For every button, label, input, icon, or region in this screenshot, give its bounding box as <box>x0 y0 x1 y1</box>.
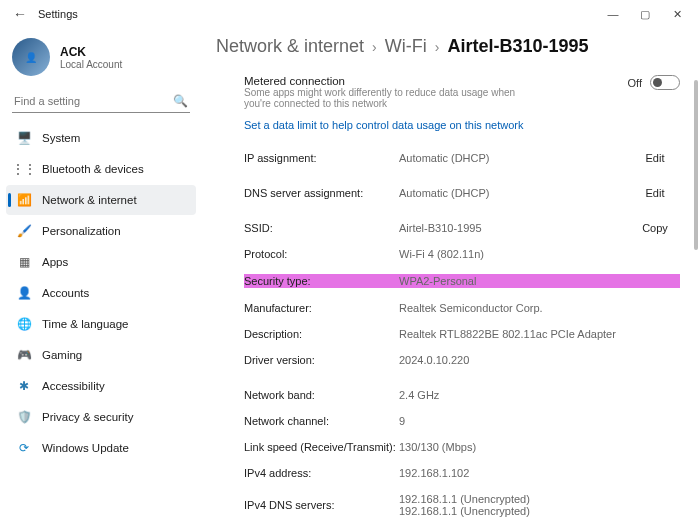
breadcrumb-current: Airtel-B310-1995 <box>447 36 588 57</box>
property-row: DNS server assignment:Automatic (DHCP)Ed… <box>244 180 680 215</box>
property-row: Protocol:Wi-Fi 4 (802.11n) <box>244 241 680 267</box>
property-key: SSID: <box>244 222 399 234</box>
nav-item-network-internet[interactable]: 📶Network & internet <box>6 185 196 215</box>
property-key: Network band: <box>244 389 399 401</box>
breadcrumb-network[interactable]: Network & internet <box>216 36 364 57</box>
property-value: 9 <box>399 415 680 427</box>
property-key: Protocol: <box>244 248 399 260</box>
nav-label: Apps <box>42 256 68 268</box>
nav-item-time-language[interactable]: 🌐Time & language <box>6 309 196 339</box>
property-row: Network band:2.4 GHz <box>244 382 680 408</box>
property-row: Network channel:9 <box>244 408 680 434</box>
metered-toggle[interactable] <box>650 75 680 90</box>
data-limit-link[interactable]: Set a data limit to help control data us… <box>244 119 523 131</box>
property-key: IP assignment: <box>244 152 399 164</box>
nav-icon: 🎮 <box>16 347 32 363</box>
property-row: IPv4 address:192.168.1.102 <box>244 460 680 486</box>
nav-item-bluetooth-devices[interactable]: ⋮⋮Bluetooth & devices <box>6 154 196 184</box>
nav-label: Time & language <box>42 318 129 330</box>
property-key: IPv4 address: <box>244 467 399 479</box>
user-card[interactable]: 👤 ACK Local Account <box>6 34 196 86</box>
property-key: Manufacturer: <box>244 302 399 314</box>
property-value: 2024.0.10.220 <box>399 354 680 366</box>
property-value: 130/130 (Mbps) <box>399 441 680 453</box>
nav-icon: 🛡️ <box>16 409 32 425</box>
property-value: Realtek RTL8822BE 802.11ac PCIe Adapter <box>399 328 680 340</box>
nav-icon: 📶 <box>16 192 32 208</box>
chevron-right-icon: › <box>372 39 377 55</box>
nav-label: Accounts <box>42 287 89 299</box>
nav-label: Network & internet <box>42 194 137 206</box>
back-button[interactable]: ← <box>8 6 32 22</box>
edit-button[interactable]: Edit <box>630 152 680 164</box>
nav-label: Personalization <box>42 225 121 237</box>
scrollbar-thumb[interactable] <box>694 80 698 250</box>
user-type: Local Account <box>60 59 122 70</box>
search-icon: 🔍 <box>173 94 188 108</box>
nav-label: Gaming <box>42 349 82 361</box>
property-key: Description: <box>244 328 399 340</box>
avatar: 👤 <box>12 38 50 76</box>
nav-icon: 🖌️ <box>16 223 32 239</box>
edit-button[interactable]: Edit <box>630 187 680 199</box>
property-key: Security type: <box>244 274 399 288</box>
property-row: Link speed (Receive/Transmit):130/130 (M… <box>244 434 680 460</box>
nav-item-privacy-security[interactable]: 🛡️Privacy & security <box>6 402 196 432</box>
nav-label: System <box>42 132 80 144</box>
nav-item-system[interactable]: 🖥️System <box>6 123 196 153</box>
property-row: Description:Realtek RTL8822BE 802.11ac P… <box>244 321 680 347</box>
nav-item-personalization[interactable]: 🖌️Personalization <box>6 216 196 246</box>
property-row: IPv4 DNS servers:192.168.1.1 (Unencrypte… <box>244 486 680 524</box>
scrollbar[interactable] <box>694 80 698 519</box>
window-controls: — ▢ ✕ <box>598 4 692 24</box>
property-value: WPA2-Personal <box>399 274 680 288</box>
search-input[interactable] <box>12 90 190 112</box>
minimize-button[interactable]: — <box>598 4 628 24</box>
nav-icon: ▦ <box>16 254 32 270</box>
property-key: IPv4 DNS servers: <box>244 499 399 511</box>
maximize-button[interactable]: ▢ <box>630 4 660 24</box>
property-value: Automatic (DHCP) <box>399 187 630 199</box>
breadcrumb: Network & internet › Wi-Fi › Airtel-B310… <box>216 36 684 57</box>
close-button[interactable]: ✕ <box>662 4 692 24</box>
nav-label: Bluetooth & devices <box>42 163 144 175</box>
titlebar: ← Settings — ▢ ✕ <box>0 0 700 28</box>
chevron-right-icon: › <box>435 39 440 55</box>
property-key: DNS server assignment: <box>244 187 399 199</box>
property-value: 192.168.1.1 (Unencrypted) 192.168.1.1 (U… <box>399 493 680 517</box>
user-name: ACK <box>60 45 122 59</box>
nav-label: Privacy & security <box>42 411 133 423</box>
toggle-state-label: Off <box>628 77 642 89</box>
nav-item-windows-update[interactable]: ⟳Windows Update <box>6 433 196 463</box>
properties-list: IP assignment:Automatic (DHCP)EditDNS se… <box>244 145 680 525</box>
property-key: Network channel: <box>244 415 399 427</box>
nav-item-accessibility[interactable]: ✱Accessibility <box>6 371 196 401</box>
property-value: 2.4 GHz <box>399 389 680 401</box>
property-row: Manufacturer:Realtek Semiconductor Corp. <box>244 295 680 321</box>
breadcrumb-wifi[interactable]: Wi-Fi <box>385 36 427 57</box>
property-row: Driver version:2024.0.10.220 <box>244 347 680 382</box>
metered-desc: Some apps might work differently to redu… <box>244 87 544 109</box>
nav-item-accounts[interactable]: 👤Accounts <box>6 278 196 308</box>
copy-button[interactable]: Copy <box>630 222 680 234</box>
nav-label: Accessibility <box>42 380 105 392</box>
metered-setting: Metered connection Some apps might work … <box>244 69 680 119</box>
property-row: IP assignment:Automatic (DHCP)Edit <box>244 145 680 180</box>
nav-item-apps[interactable]: ▦Apps <box>6 247 196 277</box>
property-value: Realtek Semiconductor Corp. <box>399 302 680 314</box>
nav-icon: 🌐 <box>16 316 32 332</box>
search-box[interactable]: 🔍 <box>12 90 190 113</box>
property-value: Automatic (DHCP) <box>399 152 630 164</box>
property-row: SSID:Airtel-B310-1995Copy <box>244 215 680 241</box>
sidebar: 👤 ACK Local Account 🔍 🖥️System⋮⋮Bluetoot… <box>0 28 200 525</box>
property-value: Airtel-B310-1995 <box>399 222 630 234</box>
nav-icon: ⟳ <box>16 440 32 456</box>
nav-list: 🖥️System⋮⋮Bluetooth & devices📶Network & … <box>6 123 196 463</box>
property-value: 192.168.1.102 <box>399 467 680 479</box>
metered-title: Metered connection <box>244 75 628 87</box>
property-value: Wi-Fi 4 (802.11n) <box>399 248 680 260</box>
nav-icon: ✱ <box>16 378 32 394</box>
nav-icon: ⋮⋮ <box>16 161 32 177</box>
nav-item-gaming[interactable]: 🎮Gaming <box>6 340 196 370</box>
nav-label: Windows Update <box>42 442 129 454</box>
